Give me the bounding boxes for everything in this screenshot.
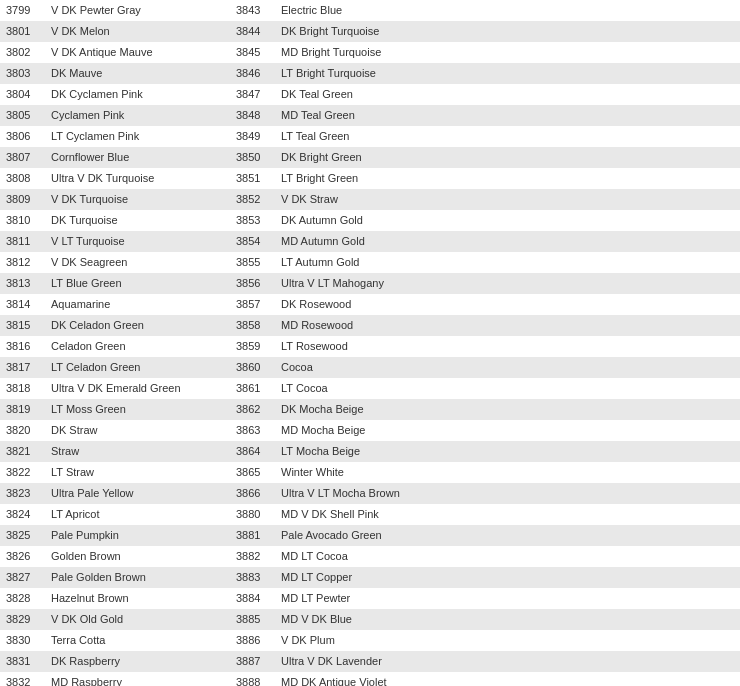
extra-col-1 (460, 651, 600, 672)
color-name-left: DK Mauve (45, 63, 230, 84)
color-number-right: 3881 (230, 525, 275, 546)
color-number-left: 3810 (0, 210, 45, 231)
extra-col-1 (460, 42, 600, 63)
color-number-left: 3830 (0, 630, 45, 651)
table-row: 3805Cyclamen Pink3848MD Teal Green (0, 105, 740, 126)
table-row: 3807Cornflower Blue3850DK Bright Green (0, 147, 740, 168)
color-name-right: LT Bright Green (275, 168, 460, 189)
extra-col-2 (600, 420, 740, 441)
color-number-right: 3856 (230, 273, 275, 294)
color-number-left: 3811 (0, 231, 45, 252)
color-number-right: 3845 (230, 42, 275, 63)
table-row: 3818Ultra V DK Emerald Green3861LT Cocoa (0, 378, 740, 399)
color-name-left: V DK Seagreen (45, 252, 230, 273)
table-row: 3802V DK Antique Mauve3845MD Bright Turq… (0, 42, 740, 63)
color-name-left: LT Straw (45, 462, 230, 483)
color-number-right: 3886 (230, 630, 275, 651)
color-name-right: MD V DK Blue (275, 609, 460, 630)
color-number-left: 3814 (0, 294, 45, 315)
color-name-right: LT Mocha Beige (275, 441, 460, 462)
color-name-right: Winter White (275, 462, 460, 483)
color-name-right: MD DK Antique Violet (275, 672, 460, 686)
color-name-right: DK Teal Green (275, 84, 460, 105)
color-number-left: 3819 (0, 399, 45, 420)
color-name-left: Celadon Green (45, 336, 230, 357)
extra-col-1 (460, 525, 600, 546)
extra-col-1 (460, 126, 600, 147)
color-number-left: 3804 (0, 84, 45, 105)
table-row: 3825Pale Pumpkin3881Pale Avocado Green (0, 525, 740, 546)
color-name-left: Cyclamen Pink (45, 105, 230, 126)
color-number-left: 3816 (0, 336, 45, 357)
extra-col-2 (600, 42, 740, 63)
color-name-left: LT Cyclamen Pink (45, 126, 230, 147)
extra-col-1 (460, 21, 600, 42)
table-row: 3808Ultra V DK Turquoise3851LT Bright Gr… (0, 168, 740, 189)
extra-col-1 (460, 0, 600, 21)
color-name-right: MD Autumn Gold (275, 231, 460, 252)
color-name-right: MD LT Copper (275, 567, 460, 588)
color-number-right: 3850 (230, 147, 275, 168)
color-name-right: DK Autumn Gold (275, 210, 460, 231)
table-row: 3801V DK Melon3844DK Bright Turquoise (0, 21, 740, 42)
color-number-right: 3848 (230, 105, 275, 126)
color-name-right: Cocoa (275, 357, 460, 378)
color-name-left: V DK Turquoise (45, 189, 230, 210)
table-row: 3815DK Celadon Green3858MD Rosewood (0, 315, 740, 336)
color-name-right: DK Bright Turquoise (275, 21, 460, 42)
table-row: 3822LT Straw3865Winter White (0, 462, 740, 483)
color-number-right: 3843 (230, 0, 275, 21)
color-number-left: 3809 (0, 189, 45, 210)
color-name-right: Electric Blue (275, 0, 460, 21)
extra-col-2 (600, 105, 740, 126)
extra-col-2 (600, 651, 740, 672)
color-name-left: MD Raspberry (45, 672, 230, 686)
color-name-left: Ultra V DK Emerald Green (45, 378, 230, 399)
table-row: 3816Celadon Green3859LT Rosewood (0, 336, 740, 357)
extra-col-2 (600, 168, 740, 189)
extra-col-1 (460, 357, 600, 378)
color-name-right: DK Rosewood (275, 294, 460, 315)
color-name-right: LT Rosewood (275, 336, 460, 357)
color-number-left: 3820 (0, 420, 45, 441)
color-number-right: 3853 (230, 210, 275, 231)
color-name-right: Ultra V LT Mocha Brown (275, 483, 460, 504)
color-name-left: Hazelnut Brown (45, 588, 230, 609)
color-number-right: 3882 (230, 546, 275, 567)
extra-col-1 (460, 378, 600, 399)
table-row: 3828Hazelnut Brown3884MD LT Pewter (0, 588, 740, 609)
extra-col-1 (460, 147, 600, 168)
extra-col-2 (600, 462, 740, 483)
color-number-left: 3825 (0, 525, 45, 546)
table-row: 3799V DK Pewter Gray3843Electric Blue (0, 0, 740, 21)
table-row: 3803DK Mauve3846LT Bright Turquoise (0, 63, 740, 84)
extra-col-2 (600, 126, 740, 147)
color-name-right: LT Teal Green (275, 126, 460, 147)
color-number-right: 3860 (230, 357, 275, 378)
extra-col-1 (460, 231, 600, 252)
extra-col-1 (460, 441, 600, 462)
color-number-left: 3818 (0, 378, 45, 399)
color-number-left: 3813 (0, 273, 45, 294)
color-name-right: LT Autumn Gold (275, 252, 460, 273)
extra-col-2 (600, 294, 740, 315)
extra-col-2 (600, 210, 740, 231)
color-number-right: 3855 (230, 252, 275, 273)
extra-col-2 (600, 672, 740, 686)
color-number-left: 3826 (0, 546, 45, 567)
extra-col-2 (600, 546, 740, 567)
color-name-right: LT Bright Turquoise (275, 63, 460, 84)
color-name-right: MD Bright Turquoise (275, 42, 460, 63)
color-name-left: LT Blue Green (45, 273, 230, 294)
color-name-left: V DK Old Gold (45, 609, 230, 630)
extra-col-2 (600, 231, 740, 252)
color-name-left: Golden Brown (45, 546, 230, 567)
color-name-left: Pale Pumpkin (45, 525, 230, 546)
table-row: 3829V DK Old Gold3885MD V DK Blue (0, 609, 740, 630)
extra-col-1 (460, 315, 600, 336)
extra-col-1 (460, 210, 600, 231)
extra-col-2 (600, 147, 740, 168)
color-number-left: 3805 (0, 105, 45, 126)
color-name-left: Ultra V DK Turquoise (45, 168, 230, 189)
table-row: 3811V LT Turquoise3854MD Autumn Gold (0, 231, 740, 252)
